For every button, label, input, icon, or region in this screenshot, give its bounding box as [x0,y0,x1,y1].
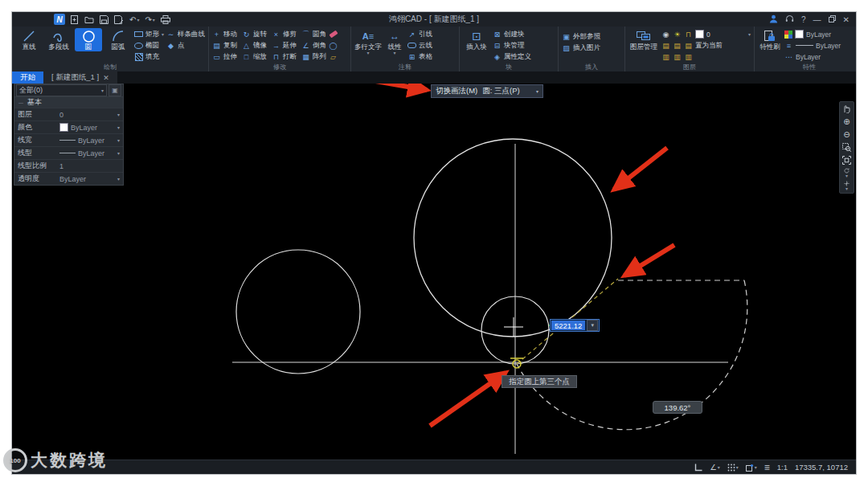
layer-walk-icon[interactable]: ▥ [661,53,670,61]
linetype-control[interactable]: ⋯ ByLayer ▾ [784,51,856,62]
layer-off-icon[interactable]: ▤ [661,42,670,50]
zoom-in-icon[interactable]: ⊕ [841,116,852,127]
close-icon[interactable]: ✕ [843,15,850,24]
copy-tool[interactable]: ▤复制 [212,40,237,51]
set-current-layer[interactable]: 置为当前 [695,41,723,51]
layer-prev-icon[interactable]: ▥ [684,53,693,61]
zoom-extents-icon[interactable] [841,155,852,165]
restore-icon[interactable] [829,15,836,24]
polyline-tool[interactable]: 多段线 [45,28,72,51]
hatch-tool[interactable]: 填充 [134,51,164,62]
polar-tracking-icon[interactable]: ∠▾ [710,463,720,472]
group-tool[interactable]: ▱ [329,51,338,62]
ellipse-tool[interactable]: 椭圆 [134,40,164,51]
arc-tool[interactable]: 圆弧 [104,28,132,51]
prop-row-color[interactable]: 颜色 ByLayer▾ [14,120,123,133]
save-icon[interactable] [100,15,108,24]
prop-row-transparency[interactable]: 透明度 ByLayer▾ [14,172,123,185]
new-file-icon[interactable] [70,15,79,24]
tab-close-icon[interactable]: ✕ [103,74,109,82]
match-properties-tool[interactable]: 特性刷 [758,28,782,51]
scale-indicator[interactable]: 1:1 [777,463,788,472]
draw-method-dropdown[interactable]: 切换画法(M)圆: 三点(P) ▾ [431,84,543,98]
layer-freeze-icon[interactable]: ☀ [673,31,682,39]
layer-dropdown-caret[interactable]: ▾ [748,32,751,37]
layer-manager-tool[interactable]: 图层管理 [628,28,659,51]
move-tool[interactable]: +移动 [212,29,237,39]
mirror-tool[interactable]: △镜像 [242,40,267,51]
canvas[interactable] [12,71,856,460]
layer-color-swatch[interactable] [695,30,704,39]
chamfer-tool[interactable]: ∠倒角 [301,40,326,51]
orbit-icon[interactable]: ▾ [841,168,852,178]
dim-input-value[interactable]: 5221.12 [551,321,585,330]
attr-define-tool[interactable]: ◈属性定义 [493,51,531,62]
create-block-tool[interactable]: ⊠创建块 [493,29,531,39]
scale-tool[interactable]: □缩放 [242,51,267,62]
block-manage-tool[interactable]: ⊟块管理 [493,40,531,51]
open-file-icon[interactable] [84,15,94,24]
prop-row-lineweight[interactable]: 线宽 ByLayer▾ [14,133,123,146]
line-tool[interactable]: 直线 [15,28,43,51]
current-layer[interactable]: 0 [706,31,710,39]
help-icon[interactable]: ? [801,15,806,24]
extend-tool[interactable]: →延伸 [272,40,297,51]
tab-start[interactable]: 开始 [12,71,43,84]
ortho-mode-icon[interactable] [694,464,702,472]
table-tool[interactable]: ⊞表格 [407,51,432,62]
support-icon[interactable] [785,14,794,25]
erase-tool[interactable] [329,29,338,39]
user-account-icon[interactable] [769,14,778,25]
object-snap-icon[interactable]: ▾ [746,464,757,472]
circle-tool[interactable]: 圆 [75,28,102,51]
trim-tool[interactable]: ×修剪 [272,29,297,39]
prop-row-linetype[interactable]: 线型 ByLayer▾ [14,146,123,159]
array-tool[interactable]: ▦阵列 [301,51,326,62]
zoom-window-icon[interactable] [841,142,852,153]
prop-row-ltscale[interactable]: 线型比例 1 [14,159,123,172]
layer-on-icon[interactable]: ▤ [673,42,682,50]
layer-isolate-icon[interactable]: ▤ [684,42,693,50]
selection-filter-dropdown[interactable]: 全部(0)▾ [16,84,107,96]
large-circle[interactable] [414,139,612,337]
mtext-tool[interactable]: A≡ 多行文字▾ [354,28,382,56]
left-circle[interactable] [236,250,360,374]
redo-icon[interactable]: ↷▾ [145,15,154,24]
rect-tool[interactable]: 矩形▾ [134,29,164,39]
zoom-out-icon[interactable]: ⊖ [841,129,852,140]
print-icon[interactable] [161,15,170,24]
color-swatch [59,123,68,132]
section-basic[interactable]: —基本 [14,97,123,108]
insert-block-tool[interactable]: ⊡ 插入块 [463,28,490,51]
menu-icon[interactable]: ≡ [764,462,770,473]
pan-icon[interactable] [841,104,852,114]
dim-input-history-icon[interactable]: ▾ [587,320,598,331]
stretch-tool[interactable]: ▭拉伸 [212,51,237,62]
spline-tool[interactable]: ∼样条曲线 [166,29,205,39]
rotate-tool[interactable]: ↻旋转 [242,29,267,39]
quick-select-button[interactable]: ▣ [108,84,121,96]
layer-lock-icon[interactable]: ⊓ [684,31,693,39]
lineweight-control[interactable]: ≡ ByLayer ▾ [784,40,856,51]
leader-tool[interactable]: ↗引线 [407,29,432,39]
revcloud-tool[interactable]: 云线 [407,40,432,51]
undo-icon[interactable]: ↶▾ [129,15,139,24]
point-tool[interactable]: ◆点 [166,40,205,51]
dynamic-dimension-input[interactable]: 5221.12 ▾ [550,319,600,332]
break-tool[interactable]: ⊓打断 [272,51,297,62]
fillet-tool[interactable]: ⌒圆角 [301,29,326,39]
snap-grid-icon[interactable]: ▾ [727,464,739,472]
linear-dim-tool[interactable]: ↔ 线性▾ [384,28,405,56]
save-as-icon[interactable] [114,15,124,24]
tab-drawing[interactable]: [ 新建图纸_1 ]✕ [43,71,117,84]
minimize-icon[interactable]: — [813,15,821,24]
offset-tool[interactable]: ◯ [329,40,338,51]
xref-tool[interactable]: ▣外部参照 [562,31,600,42]
layer-visibility-icon[interactable]: ◉ [661,31,670,39]
layer-merge-icon[interactable]: ▥ [673,53,682,61]
panel-label-properties: 特性 [758,63,856,71]
insert-image-tool[interactable]: ▨插入图片 [562,43,600,53]
color-control[interactable]: ByLayer ▾ [784,29,856,39]
measure-icon[interactable]: ▾ [841,181,852,191]
prop-row-layer[interactable]: 图层 0▾ [14,108,123,120]
